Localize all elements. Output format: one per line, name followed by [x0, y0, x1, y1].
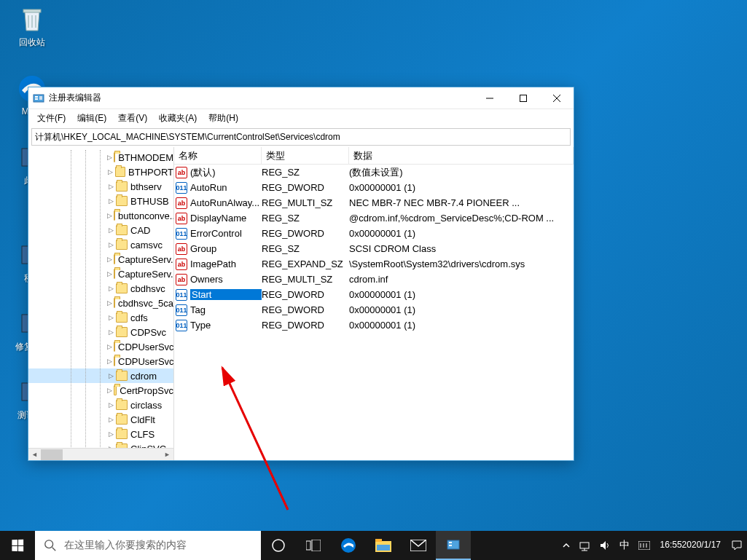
expander-icon[interactable]: ▷: [107, 401, 114, 409]
expander-icon[interactable]: ▷: [107, 416, 114, 423]
expander-icon[interactable]: ▷: [107, 372, 114, 379]
volume-icon[interactable]: [595, 531, 615, 560]
minimize-button[interactable]: [473, 87, 507, 109]
tree-item[interactable]: ▷CDPSvc: [28, 325, 173, 339]
tree-item[interactable]: ▷CLFS: [28, 427, 173, 441]
tree-hscrollbar[interactable]: ◄ ►: [28, 448, 173, 460]
network-icon[interactable]: [574, 531, 595, 560]
tree-item[interactable]: ▷cdrom: [28, 368, 173, 383]
expander-icon[interactable]: ▷: [107, 328, 114, 336]
dword-value-icon: 011: [176, 320, 187, 331]
list-row[interactable]: ab(默认)REG_SZ(数值未设置): [174, 165, 574, 180]
value-data: (数值未设置): [349, 166, 574, 179]
expander-icon[interactable]: ▷: [107, 430, 114, 438]
tree-item[interactable]: ▷CDPUserSvc: [28, 339, 173, 354]
expander-icon[interactable]: ▷: [107, 270, 112, 277]
value-type: REG_SZ: [262, 243, 349, 254]
expander-icon[interactable]: ▷: [107, 226, 114, 234]
tree-label: CDPSvc: [130, 327, 166, 338]
regedit-taskbar-icon[interactable]: [436, 531, 471, 560]
value-name: AutoRunAlway...: [190, 197, 262, 208]
list-row[interactable]: 011ErrorControlREG_DWORD0x00000001 (1): [174, 226, 574, 241]
svg-rect-25: [375, 539, 382, 542]
menu-item[interactable]: 收藏夹(A): [153, 111, 203, 126]
action-center-icon[interactable]: [727, 531, 747, 560]
scroll-right-icon[interactable]: ►: [161, 449, 173, 461]
ime-indicator[interactable]: 中: [615, 531, 634, 560]
scroll-left-icon[interactable]: ◄: [28, 449, 41, 461]
menu-item[interactable]: 帮助(H): [203, 111, 244, 126]
list-row[interactable]: 011AutoRunREG_DWORD0x00000001 (1): [174, 180, 574, 195]
search-input[interactable]: 在这里输入你要搜索的内容: [35, 531, 261, 560]
list-row[interactable]: abImagePathREG_EXPAND_SZ\SystemRoot\Syst…: [174, 256, 574, 272]
tree-item[interactable]: ▷CDPUserSvc...: [28, 354, 173, 368]
tree-item[interactable]: ▷CaptureServ...: [28, 252, 173, 267]
tree-item[interactable]: ▷CAD: [28, 223, 173, 237]
address-bar[interactable]: 计算机\HKEY_LOCAL_MACHINE\SYSTEM\CurrentCon…: [31, 128, 571, 146]
tree-item[interactable]: ▷CertPropSvc: [28, 383, 173, 398]
mail-icon[interactable]: [401, 531, 436, 560]
tree-item[interactable]: ▷BTHPORT: [28, 165, 173, 179]
expander-icon[interactable]: ▷: [107, 299, 112, 307]
svg-rect-31: [580, 543, 589, 548]
list-row[interactable]: abGroupREG_SZSCSI CDROM Class: [174, 241, 574, 256]
edge-icon[interactable]: [331, 531, 366, 560]
desktop-icon[interactable]: 回收站: [10, 4, 54, 49]
task-view-icon[interactable]: [296, 531, 331, 560]
menu-item[interactable]: 文件(F): [31, 111, 71, 126]
expander-icon[interactable]: ▷: [107, 343, 112, 350]
tree-item[interactable]: ▷CaptureServ...: [28, 267, 173, 281]
list-row[interactable]: abOwnersREG_MULTI_SZcdrom.inf: [174, 272, 574, 287]
list-row[interactable]: 011TagREG_DWORD0x00000001 (1): [174, 302, 574, 318]
header-name[interactable]: 名称: [174, 147, 262, 164]
menu-item[interactable]: 编辑(E): [71, 111, 112, 126]
header-type[interactable]: 类型: [262, 147, 349, 164]
svg-rect-29: [449, 542, 452, 543]
file-explorer-icon[interactable]: [366, 531, 401, 560]
list-panel[interactable]: 名称 类型 数据 ab(默认)REG_SZ(数值未设置)011AutoRunRE…: [174, 147, 574, 460]
menu-item[interactable]: 查看(V): [112, 111, 153, 126]
list-row[interactable]: 011StartREG_DWORD0x00000001 (1): [174, 287, 574, 302]
scroll-thumb[interactable]: [41, 449, 63, 460]
expander-icon[interactable]: ▷: [107, 285, 114, 292]
expander-icon[interactable]: ▷: [107, 212, 112, 219]
ime-keyboard-icon[interactable]: [634, 531, 654, 560]
list-row[interactable]: 011TypeREG_DWORD0x00000001 (1): [174, 318, 574, 333]
titlebar[interactable]: 注册表编辑器: [28, 87, 574, 109]
list-row[interactable]: abAutoRunAlway...REG_MULTI_SZNEC MBR-7 N…: [174, 195, 574, 210]
tree-label: cbdhsvc: [130, 283, 165, 294]
tree-label: CertPropSvc: [120, 385, 173, 396]
tree-item[interactable]: ▷cbdhsvc_5ca...: [28, 296, 173, 310]
tray-chevron-icon[interactable]: [558, 531, 574, 560]
tree-item[interactable]: ▷BTHMODEM: [28, 150, 173, 165]
svg-point-20: [273, 540, 284, 551]
list-row[interactable]: abDisplayNameREG_SZ@cdrom.inf,%cdrom_Ser…: [174, 210, 574, 226]
tree-item[interactable]: ▷circlass: [28, 398, 173, 412]
start-button[interactable]: [0, 531, 35, 560]
folder-icon: [116, 371, 128, 381]
expander-icon[interactable]: ▷: [107, 358, 112, 365]
expander-icon[interactable]: ▷: [107, 183, 114, 190]
cortana-icon[interactable]: [261, 531, 296, 560]
expander-icon[interactable]: ▷: [107, 256, 112, 263]
list-header: 名称 类型 数据: [174, 147, 574, 165]
expander-icon[interactable]: ▷: [107, 197, 114, 205]
expander-icon[interactable]: ▷: [107, 168, 114, 176]
tree-item[interactable]: ▷CldFlt: [28, 412, 173, 427]
tree-item[interactable]: ▷buttonconve...: [28, 208, 173, 223]
tree-item[interactable]: ▷BTHUSB: [28, 194, 173, 208]
tree-item[interactable]: ▷camsvc: [28, 237, 173, 252]
expander-icon[interactable]: ▷: [107, 154, 112, 161]
clock[interactable]: 16:55 2020/1/17: [654, 531, 727, 560]
tree-item[interactable]: ▷cbdhsvc: [28, 281, 173, 296]
tree-item[interactable]: ▷bthserv: [28, 179, 173, 194]
folder-icon: [116, 225, 128, 235]
maximize-button[interactable]: [507, 87, 540, 109]
expander-icon[interactable]: ▷: [107, 241, 114, 248]
header-data[interactable]: 数据: [349, 147, 574, 164]
expander-icon[interactable]: ▷: [107, 387, 112, 394]
tree-panel[interactable]: ▷BTHMODEM▷BTHPORT▷bthserv▷BTHUSB▷buttonc…: [28, 147, 174, 460]
tree-item[interactable]: ▷cdfs: [28, 310, 173, 325]
expander-icon[interactable]: ▷: [107, 314, 114, 321]
close-button[interactable]: [540, 87, 574, 109]
